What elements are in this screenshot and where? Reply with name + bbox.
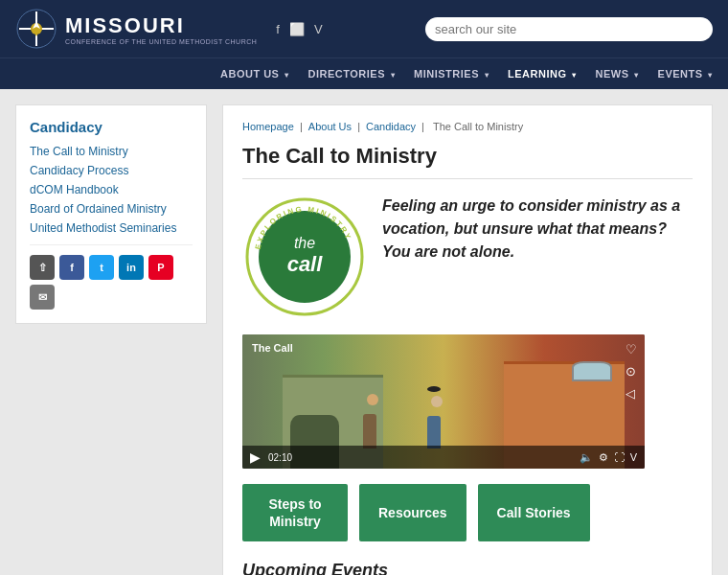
resources-button[interactable]: Resources: [359, 484, 466, 541]
breadcrumb: Homepage | About Us | Candidacy | The Ca…: [242, 121, 693, 132]
share-generic-btn[interactable]: ⇧: [30, 255, 55, 280]
video-player[interactable]: The Call ♡ ⊙ ◁ ▶ 02:10 🔈 ⚙ ⛶ V: [242, 334, 645, 469]
vimeo-icon[interactable]: V: [630, 451, 637, 464]
video-label: The Call: [252, 342, 293, 354]
nav-about-us[interactable]: ABOUT US ▾: [211, 58, 299, 89]
page-content: Candidacy The Call to Ministry Candidacy…: [0, 89, 728, 575]
logo-area: MISSOURI CONFERENCE OF THE UNITED METHOD…: [15, 8, 257, 50]
social-icons: f ⬜ V: [276, 22, 322, 36]
share-email-btn[interactable]: ✉: [30, 285, 55, 310]
main-content: Homepage | About Us | Candidacy | The Ca…: [222, 104, 713, 575]
action-buttons: Steps toMinistry Resources Call Stories: [242, 484, 693, 541]
share-linkedin-btn[interactable]: in: [119, 255, 144, 280]
fullscreen-icon[interactable]: ⛶: [614, 451, 625, 464]
nav-events[interactable]: EVENTS ▾: [648, 58, 722, 89]
volume-icon[interactable]: 🔈: [580, 451, 593, 464]
play-button[interactable]: ▶: [250, 449, 261, 465]
logo-icon: [15, 8, 57, 50]
vimeo-icon[interactable]: V: [314, 22, 323, 36]
nav-ministries[interactable]: MINISTRIES ▾: [404, 58, 498, 89]
timestamp: 02:10: [268, 452, 292, 463]
sidebar-link-call[interactable]: The Call to Ministry: [30, 145, 193, 158]
sidebar-link-dcom[interactable]: dCOM Handbook: [30, 183, 193, 196]
nav-news[interactable]: NEWS ▾: [586, 58, 648, 89]
svg-text:call: call: [287, 252, 324, 276]
main-nav: ABOUT US ▾ DIRECTORIES ▾ MINISTRIES ▾ LE…: [0, 58, 728, 89]
site-title: MISSOURI: [65, 13, 257, 38]
page-title: The Call to Ministry: [242, 144, 693, 179]
nav-learning[interactable]: LEARNING ▾: [498, 58, 586, 89]
video-controls-right: 🔈 ⚙ ⛶ V: [580, 451, 637, 464]
facebook-icon[interactable]: f: [276, 22, 280, 36]
sidebar-link-seminaries[interactable]: United Methodist Seminaries: [30, 221, 193, 235]
instagram-icon[interactable]: ⬜: [289, 22, 305, 36]
nav-careers[interactable]: CAREERS ▾: [722, 58, 728, 89]
clock-icon[interactable]: ⊙: [626, 364, 637, 379]
share-twitter-btn[interactable]: t: [89, 255, 114, 280]
svg-text:the: the: [294, 235, 315, 251]
sidebar-link-candidacy[interactable]: Candidacy Process: [30, 164, 193, 177]
breadcrumb-home[interactable]: Homepage: [242, 121, 294, 132]
search-input[interactable]: [425, 17, 713, 41]
breadcrumb-candidacy[interactable]: Candidacy: [366, 121, 416, 132]
sidebar: Candidacy The Call to Ministry Candidacy…: [15, 104, 207, 324]
video-icons: ♡ ⊙ ◁: [626, 342, 637, 401]
upcoming-events-title: Upcoming Events: [242, 561, 693, 575]
video-controls: ▶ 02:10 🔈 ⚙ ⛶ V: [242, 446, 645, 469]
hero-text: Feeling an urge to consider ministry as …: [382, 195, 693, 264]
steps-to-ministry-button[interactable]: Steps toMinistry: [242, 484, 348, 541]
sidebar-link-board[interactable]: Board of Ordained Ministry: [30, 202, 193, 216]
share-pinterest-btn[interactable]: P: [148, 255, 173, 280]
heart-icon[interactable]: ♡: [626, 342, 637, 356]
breadcrumb-about[interactable]: About Us: [308, 121, 352, 132]
nav-directories[interactable]: DIRECTORIES ▾: [299, 58, 405, 89]
hero-section: EXPLORING MINISTRY the call Feeling an u…: [242, 195, 693, 319]
call-stories-button[interactable]: Call Stories: [478, 484, 590, 541]
settings-icon[interactable]: ⚙: [599, 451, 608, 464]
share-facebook-btn[interactable]: f: [59, 255, 84, 280]
search-bar: [425, 17, 713, 41]
call-logo: EXPLORING MINISTRY the call: [242, 195, 367, 319]
share-icon[interactable]: ◁: [626, 386, 637, 401]
breadcrumb-current: The Call to Ministry: [433, 121, 523, 132]
sidebar-title: Candidacy: [30, 119, 193, 135]
share-buttons: ⇧ f t in P ✉: [30, 255, 193, 310]
site-subtitle: CONFERENCE OF THE UNITED METHODIST CHURC…: [65, 38, 257, 45]
